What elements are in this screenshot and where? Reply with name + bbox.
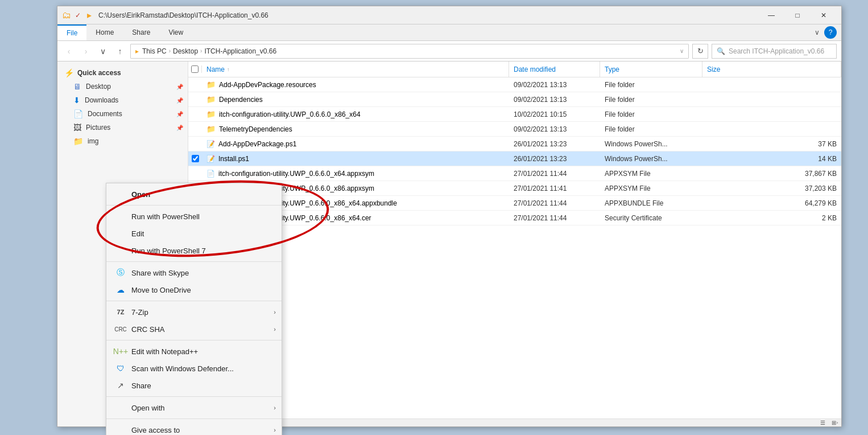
ctx-item-label: Move to OneDrive	[131, 286, 272, 294]
context-menu-divider	[106, 205, 282, 206]
col-header-name[interactable]: Name ↑	[202, 61, 509, 77]
search-icon: 🔍	[717, 47, 725, 55]
header-checkbox[interactable]	[188, 65, 202, 73]
col-size-label: Size	[707, 65, 720, 73]
maximize-button[interactable]: □	[784, 6, 811, 24]
help-button[interactable]: ?	[824, 26, 837, 39]
ps1-icon: 📝	[206, 140, 215, 148]
table-row[interactable]: 📁 Dependencies 09/02/2021 13:13 File fol…	[188, 92, 841, 107]
row-date-cell: 09/02/2021 13:13	[509, 96, 600, 104]
submenu-arrow-icon: ›	[274, 404, 276, 411]
select-all-checkbox[interactable]	[191, 65, 199, 73]
context-menu-item-scan-with-windows-defender...[interactable]: 🛡Scan with Windows Defender...	[106, 360, 282, 377]
table-row[interactable]: 📝 Install.ps1 26/01/2021 13:23 Windows P…	[188, 151, 841, 166]
sidebar-desktop-label: Desktop	[86, 83, 111, 91]
context-menu-item-share[interactable]: ↗Share	[106, 377, 282, 394]
tab-file[interactable]: File	[57, 24, 86, 40]
context-menu-item-open[interactable]: Open	[106, 186, 282, 203]
sidebar-item-downloads[interactable]: ⬇ Downloads 📌	[57, 93, 188, 107]
forward-button[interactable]: ›	[79, 44, 93, 58]
ctx-item-icon	[115, 211, 126, 221]
ctx-item-label: Edit	[131, 229, 272, 238]
col-type-label: Type	[605, 65, 619, 73]
row-size-cell: 37,867 KB	[702, 170, 841, 178]
context-menu-item-share-with-skype[interactable]: ⓈShare with Skype	[106, 264, 282, 281]
ctx-item-label: Run with PowerShell	[131, 212, 272, 221]
context-menu-item-edit-with-notepad++[interactable]: N++Edit with Notepad++	[106, 343, 282, 360]
sidebar-item-documents[interactable]: 📄 Documents 📌	[57, 107, 188, 121]
table-row[interactable]: 📄 itch-configuration-utility.UWP_0.6.6.0…	[188, 181, 841, 196]
row-name-cell: 📁 Add-AppDevPackage.resources	[202, 80, 509, 89]
row-size-cell: 37,203 KB	[702, 184, 841, 192]
view-details-btn[interactable]: ☰	[817, 418, 828, 426]
sidebar-img-label: img	[88, 137, 98, 145]
ctx-item-icon: 🛡	[115, 363, 126, 374]
defender-icon: 🛡	[117, 364, 125, 373]
row-name-text: TelemetryDependencies	[219, 125, 292, 133]
context-menu-divider	[106, 261, 282, 262]
path-sep2: ›	[200, 48, 202, 54]
table-row[interactable]: 🔒 itch-configuration-utility.UWP_0.6.6.0…	[188, 211, 841, 225]
context-menu-item-crc-sha[interactable]: CRCCRC SHA›	[106, 321, 282, 338]
row-name-cell: 📝 Add-AppDevPackage.ps1	[202, 140, 509, 148]
context-menu-item-edit[interactable]: Edit	[106, 225, 282, 242]
path-dropdown[interactable]: ∨	[680, 48, 684, 54]
tab-view[interactable]: View	[159, 24, 192, 40]
titlebar-path: C:\Users\EirikRamstad\Desktop\ITCH-Appli…	[98, 11, 758, 19]
row-name-text: itch-configuration-utility.UWP_0.6.6.0_x…	[218, 170, 374, 178]
col-header-size[interactable]: Size	[702, 61, 841, 77]
col-header-date[interactable]: Date modified	[509, 61, 600, 77]
context-menu-item-move-to-onedrive[interactable]: ☁Move to OneDrive	[106, 281, 282, 298]
pictures-icon: 🖼	[73, 123, 81, 132]
close-button[interactable]: ✕	[811, 6, 837, 24]
sidebar-item-desktop[interactable]: 🖥 Desktop 📌	[57, 80, 188, 93]
row-name-text: Install.ps1	[218, 155, 249, 163]
address-path[interactable]: ▸ Name This PC › Desktop › ITCH-Applicat…	[130, 44, 689, 59]
sidebar-quick-access[interactable]: ⚡ Quick access	[57, 66, 188, 80]
file-icon: 📄	[206, 170, 215, 178]
col-name-label: Name	[206, 65, 225, 73]
table-row[interactable]: 📄 itch-configuration-utility.UWP_0.6.6.0…	[188, 196, 841, 211]
row-name-cell: 📄 itch-configuration-utility.UWP_0.6.6.0…	[202, 170, 509, 178]
minimize-button[interactable]: —	[758, 6, 784, 24]
context-menu-item-run-with-powershell-7[interactable]: Run with PowerShell 7	[106, 242, 282, 259]
col-header-type[interactable]: Type	[600, 61, 702, 77]
row-check-input[interactable]	[192, 155, 199, 162]
scroll-track[interactable]	[196, 419, 833, 427]
tab-share[interactable]: Share	[123, 24, 159, 40]
table-row[interactable]: 📁 Add-AppDevPackage.resources 09/02/2021…	[188, 77, 841, 92]
refresh-button[interactable]: ↻	[692, 44, 708, 59]
downloads-icon: ⬇	[73, 96, 80, 105]
table-row[interactable]: 📄 itch-configuration-utility.UWP_0.6.6.0…	[188, 166, 841, 181]
sidebar-item-img[interactable]: 📁 img	[57, 134, 188, 148]
up-button[interactable]: ↑	[113, 44, 127, 58]
table-row[interactable]: 📁 itch-configuration-utility.UWP_0.6.6.0…	[188, 107, 841, 122]
row-date-cell: 27/01/2021 11:44	[509, 170, 600, 178]
quick-access-icon: ⚡	[64, 68, 74, 77]
row-size-cell: 37 KB	[702, 140, 841, 148]
sidebar-item-pictures[interactable]: 🖼 Pictures 📌	[57, 121, 188, 134]
file-list-header: Name ↑ Date modified Type Size	[188, 61, 841, 77]
history-button[interactable]: ∨	[96, 44, 110, 58]
view-tiles-btn[interactable]: ⊞	[829, 418, 839, 426]
context-menu-item-run-with-powershell[interactable]: Run with PowerShell	[106, 208, 282, 225]
folder-icon: 📁	[206, 80, 216, 89]
ctx-item-label: Run with PowerShell 7	[131, 247, 272, 255]
ctx-item-icon	[115, 425, 126, 435]
context-menu-divider	[106, 340, 282, 340]
context-menu-item-give-access-to[interactable]: Give access to›	[106, 421, 282, 435]
back-button[interactable]: ‹	[62, 44, 76, 58]
context-menu-item-open-with[interactable]: Open with›	[106, 399, 282, 416]
ctx-item-label: Open	[131, 190, 272, 199]
notepadpp-icon: N++	[113, 347, 128, 356]
row-name-cell: 📝 Install.ps1	[202, 155, 509, 163]
table-row[interactable]: 📁 TelemetryDependencies 09/02/2021 13:13…	[188, 122, 841, 137]
table-row[interactable]: 📝 Add-AppDevPackage.ps1 26/01/2021 13:23…	[188, 137, 841, 151]
ribbon-chevron[interactable]: ∨	[810, 28, 824, 36]
crc-icon: CRC	[114, 326, 127, 333]
tab-home[interactable]: Home	[86, 24, 123, 40]
context-menu-item-7-zip[interactable]: 7Z7-Zip›	[106, 303, 282, 321]
sort-arrow-icon: ↑	[227, 67, 230, 72]
search-box[interactable]: 🔍 Search ITCH-Application_v0.66	[712, 44, 837, 59]
folder-icon: 📁	[206, 125, 216, 133]
